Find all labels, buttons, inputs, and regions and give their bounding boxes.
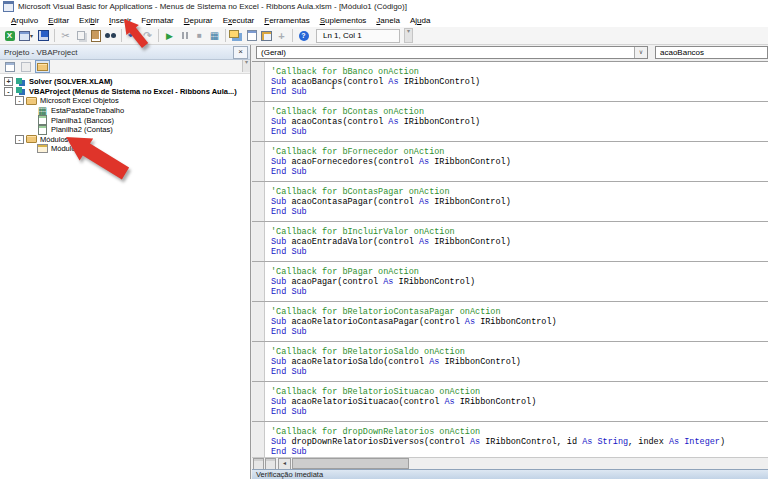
code-sub-line: Sub acaoFornecedores(control As IRibbonC… <box>271 157 768 167</box>
code-sub-line: Sub acaoContasaPagar(control As IRibbonC… <box>271 197 768 207</box>
code-block: 'Callback for bFornecedor onActionSub ac… <box>271 147 768 177</box>
menu-item-editar[interactable]: Editar <box>43 15 74 26</box>
toolbar-separator <box>54 29 55 42</box>
folder-icon <box>26 96 37 106</box>
view-excel-icon[interactable] <box>2 29 17 43</box>
code-block: 'Callback for bPagar onActionSub acaoPag… <box>271 267 768 297</box>
procedure-separator <box>252 381 768 382</box>
menu-item-ajuda[interactable]: Ajuda <box>405 15 435 26</box>
code-sub-line: Sub acaoRelatorioSituacao(control As IRi… <box>271 397 768 407</box>
tree-item-label: Planilha1 (Bancos) <box>51 116 114 125</box>
annotation-arrow-inserir <box>116 15 154 53</box>
vba-app-icon <box>3 1 14 12</box>
properties-window-icon[interactable] <box>244 29 259 43</box>
procedure-dropdown[interactable]: acaoBancos <box>655 46 768 59</box>
code-block: 'Callback for bIncluirValor onActionSub … <box>271 227 768 257</box>
view-object-icon[interactable] <box>19 61 32 72</box>
tree-spacer <box>26 144 35 153</box>
menu-item-exibir[interactable]: Exibir <box>74 15 104 26</box>
code-editor[interactable]: 'Callback for bBanco onActionSub acaoBan… <box>252 61 768 457</box>
vba-editor-window: Microsoft Visual Basic for Applications … <box>0 0 768 479</box>
copy-icon[interactable] <box>73 29 88 43</box>
code-block: 'Callback for bContas onActionSub acaoCo… <box>271 107 768 137</box>
expand-icon[interactable]: + <box>4 77 13 86</box>
code-sub-line: Sub acaoBancos(control As IRibbonControl… <box>271 77 768 87</box>
panel-toolbar-overflow-icon[interactable]: ▾ <box>242 60 250 72</box>
full-module-view-button[interactable] <box>265 458 276 470</box>
code-comment-line: 'Callback for bFornecedor onAction <box>271 147 768 157</box>
project-explorer-icon[interactable] <box>229 29 244 43</box>
code-block: 'Callback for dropDownRelatorios onActio… <box>271 427 768 457</box>
menu-item-arquivo[interactable]: Arquivo <box>6 15 43 26</box>
code-endsub-line: End Sub <box>271 87 768 97</box>
tree-item-estapastadetrabalho[interactable]: EstaPastaDeTrabalho <box>0 106 250 116</box>
save-icon[interactable] <box>36 29 51 43</box>
scroll-left-icon[interactable]: ◂ <box>278 458 291 470</box>
break-icon[interactable] <box>177 29 192 43</box>
toolbar-overflow-icon[interactable]: ▾ <box>404 28 413 43</box>
immediate-window-header[interactable]: Verificação imediata <box>252 469 768 479</box>
code-text[interactable]: 'Callback for bBanco onActionSub acaoBan… <box>252 62 768 457</box>
procedure-view-button[interactable] <box>253 458 264 470</box>
cursor-position-indicator: Ln 1, Col 1 <box>316 29 400 43</box>
project-explorer-panel: Projeto - VBAProject × ▾ +Solver (SOLVER… <box>0 45 251 479</box>
paste-icon[interactable] <box>88 29 103 43</box>
procedure-separator <box>252 301 768 302</box>
toggle-folders-icon[interactable] <box>35 60 50 73</box>
chevron-down-icon[interactable]: ∨ <box>634 47 647 58</box>
procedure-separator <box>252 181 768 182</box>
object-browser-icon[interactable] <box>259 29 274 43</box>
procedure-dropdown-value: acaoBancos <box>660 48 704 57</box>
run-icon[interactable] <box>162 29 177 43</box>
code-block: 'Callback for bBanco onActionSub acaoBan… <box>271 67 768 97</box>
code-comment-line: 'Callback for bContasPagar onAction <box>271 187 768 197</box>
annotation-arrow-modulo1 <box>62 133 136 183</box>
code-endsub-line: End Sub <box>271 407 768 417</box>
tree-item-vbaproject[interactable]: -VBAProject (Menus de Sistema no Excel -… <box>0 87 250 97</box>
close-icon[interactable]: × <box>233 46 248 59</box>
insert-userform-icon[interactable] <box>17 29 32 43</box>
code-sub-line: Sub acaoRelatorioSaldo(control As IRibbo… <box>271 357 768 367</box>
object-dropdown[interactable]: (Geral) ∨ <box>256 46 648 59</box>
tree-item-label: Solver (SOLVER.XLAM) <box>29 77 113 86</box>
project-panel-toolbar: ▾ <box>0 60 250 74</box>
menu-item-janela[interactable]: Janela <box>371 15 405 26</box>
code-comment-line: 'Callback for bContas onAction <box>271 107 768 117</box>
menu-item-executar[interactable]: Executar <box>218 15 260 26</box>
reset-icon[interactable] <box>192 29 207 43</box>
code-comment-line: 'Callback for bRelatorioContasaPagar onA… <box>271 307 768 317</box>
procedure-separator <box>252 221 768 222</box>
tree-item-label: Microsoft Excel Objetos <box>40 96 119 105</box>
procedure-separator <box>252 341 768 342</box>
project-icon <box>15 77 26 87</box>
collapse-icon[interactable]: - <box>4 87 13 96</box>
tree-item-solver[interactable]: +Solver (SOLVER.XLAM) <box>0 77 250 87</box>
help-icon[interactable] <box>296 29 311 43</box>
view-code-icon[interactable] <box>3 61 16 72</box>
scrollbar-thumb[interactable] <box>292 458 409 469</box>
code-endsub-line: End Sub <box>271 327 768 337</box>
tree-item-planilha1[interactable]: Planilha1 (Bancos) <box>0 115 250 125</box>
code-comment-line: 'Callback for bIncluirValor onAction <box>271 227 768 237</box>
menu-item-suplementos[interactable]: Suplementos <box>315 15 372 26</box>
toolbox-icon[interactable] <box>274 29 289 43</box>
menu-item-depurar[interactable]: Depurar <box>179 15 218 26</box>
module-icon <box>37 144 48 154</box>
tree-item-label: VBAProject (Menus de Sistema no Excel - … <box>29 87 237 96</box>
tree-item-label: EstaPastaDeTrabalho <box>51 106 124 115</box>
collapse-icon[interactable]: - <box>15 135 24 144</box>
code-sub-line: Sub acaoRelatorioContasaPagar(control As… <box>271 317 768 327</box>
code-horizontal-scrollbar[interactable]: ◂ <box>252 457 768 469</box>
tree-spacer <box>26 106 35 115</box>
code-sub-line: Sub acaoContas(control As IRibbonControl… <box>271 117 768 127</box>
window-title: Microsoft Visual Basic for Applications … <box>18 2 407 11</box>
menu-item-ferramentas[interactable]: Ferramentas <box>259 15 314 26</box>
design-mode-icon[interactable] <box>207 29 222 43</box>
code-comment-line: 'Callback for dropDownRelatorios onActio… <box>271 427 768 437</box>
code-sub-line: Sub acaoPagar(control As IRibbonControl) <box>271 277 768 287</box>
cut-icon[interactable] <box>58 29 73 43</box>
folder-icon <box>26 134 37 144</box>
collapse-icon[interactable]: - <box>15 96 24 105</box>
code-endsub-line: End Sub <box>271 127 768 137</box>
code-comment-line: 'Callback for bBanco onAction <box>271 67 768 77</box>
